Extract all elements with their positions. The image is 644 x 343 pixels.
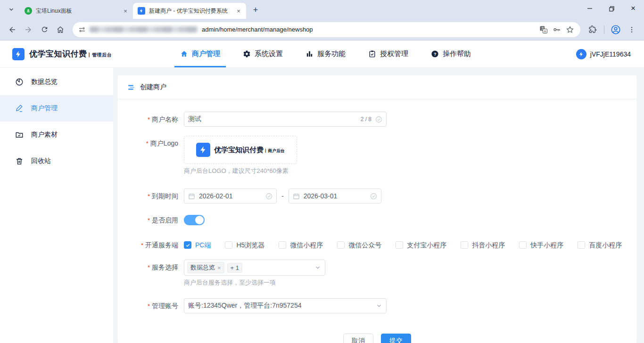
home-icon [180, 50, 188, 58]
window-minimize-button[interactable] [579, 0, 601, 17]
list-icon [127, 83, 135, 91]
checkbox-wechat-miniprogram[interactable]: 微信小程序 [279, 237, 323, 253]
sidebar-item-recycle-bin[interactable]: 回收站 [0, 148, 113, 174]
start-date-value: 2026-02-01 [199, 192, 262, 200]
site-settings-icon[interactable] [78, 26, 86, 33]
app-logo: 优学宝知识付费丨管理后台 [0, 48, 113, 60]
checkbox-kuaishou-miniprogram[interactable]: 快手小程序 [519, 237, 563, 253]
nav-help[interactable]: ? 操作帮助 [420, 41, 482, 67]
toggle-knob [195, 216, 204, 224]
translate-icon[interactable]: 文A [539, 25, 548, 34]
tab-search-button[interactable] [5, 3, 18, 16]
collapsed-count-tag: + 1 [227, 263, 242, 273]
window-restore-button[interactable] [601, 0, 622, 17]
checkbox-box-icon [337, 241, 345, 249]
checkbox-douyin-miniprogram[interactable]: 抖音小程序 [461, 237, 505, 253]
checkbox-h5[interactable]: H5浏览器 [225, 237, 264, 253]
header-account[interactable]: jVFJjE119634 [576, 49, 644, 59]
checkbox-baidu-miniprogram[interactable]: 百度小程序 [578, 237, 622, 253]
services-multiselect[interactable]: 数据总览 × + 1 [184, 260, 325, 276]
checkbox-box-icon [225, 241, 232, 249]
checkbox-wechat-official[interactable]: 微信公众号 [337, 237, 381, 253]
tab-close-icon[interactable]: × [122, 7, 129, 15]
service-tag: 数据总览 × [187, 262, 224, 273]
enabled-toggle[interactable] [184, 215, 205, 225]
field-admin-account: 管理账号 账号:12345Qwer，管理平台:7n957254 [127, 298, 636, 314]
field-platforms: 开通服务端 PC端 H5浏览器 [127, 237, 636, 253]
nav-service-features[interactable]: 服务功能 [294, 41, 357, 67]
browser-window: 宝塔Linux面板 × 新建商户 - 优学宝知识付费系统 × + × [0, 0, 644, 343]
main-content: 创建商户 商户名称 2 / 8 [113, 68, 644, 343]
chevron-down-icon [8, 6, 15, 13]
logo-preview-text: 优学宝知识付费丨商户后台 [214, 146, 285, 155]
trash-icon [15, 157, 24, 165]
tab-new-merchant[interactable]: 新建商户 - 优学宝知识付费系统 × [133, 3, 246, 19]
create-merchant-form: 商户名称 2 / 8 商户Logo [118, 99, 636, 343]
char-counter: 2 / 8 [361, 116, 372, 122]
pie-chart-icon [15, 78, 24, 86]
sidebar: 数据总览 商户管理 商户素材 回收站 [0, 68, 113, 343]
bookmark-star-icon[interactable] [565, 25, 575, 34]
back-button[interactable] [5, 22, 20, 37]
checkbox-box-icon [279, 241, 286, 249]
new-tab-button[interactable]: + [249, 3, 262, 16]
platform-checkbox-group: PC端 H5浏览器 微信小程序 [184, 237, 622, 253]
window-close-button[interactable]: × [622, 0, 644, 17]
calendar-icon [293, 193, 300, 200]
submit-button[interactable]: 提交 [381, 334, 411, 343]
admin-account-select[interactable]: 账号:12345Qwer，管理平台:7n957254 [184, 298, 387, 313]
browser-toolbar: admin/home/merchant/manage/newshop 文A [0, 19, 644, 41]
admin-account-value: 账号:12345Qwer，管理平台:7n957254 [188, 302, 301, 310]
logo-upload-box[interactable]: 优学宝知识付费丨商户后台 [184, 136, 297, 164]
remove-tag-icon[interactable]: × [217, 264, 221, 271]
cancel-button[interactable]: 取消 [343, 334, 373, 343]
clipboard-check-icon [368, 50, 376, 58]
nav-merchant-manage[interactable]: 商户管理 [169, 41, 231, 67]
checkbox-alipay-miniprogram[interactable]: 支付宝小程序 [396, 237, 446, 253]
sidebar-item-data-overview[interactable]: 数据总览 [0, 69, 113, 95]
tab-close-icon[interactable]: × [235, 7, 242, 15]
merchant-name-input[interactable] [188, 115, 361, 123]
address-bar[interactable]: admin/home/merchant/manage/newshop 文A [73, 22, 580, 37]
form-actions: 取消 提交 [118, 334, 636, 343]
start-date-picker[interactable]: 2026-02-01 [184, 188, 277, 204]
nav-system-settings[interactable]: 系统设置 [231, 41, 294, 67]
field-merchant-logo: 商户Logo 优学宝知识付费丨商户后台 商户后台LOGO，建议尺寸240*60像… [127, 136, 636, 175]
svg-text:?: ? [434, 52, 437, 57]
forward-button[interactable] [21, 22, 36, 37]
profile-avatar[interactable] [608, 22, 623, 37]
extensions-icon[interactable] [585, 22, 600, 37]
url-redacted-segment [90, 26, 198, 33]
bolt-logo-icon [12, 48, 25, 60]
baota-icon [25, 7, 32, 15]
reload-button[interactable] [37, 22, 52, 37]
calendar-icon [188, 193, 195, 200]
toolbar-divider [604, 25, 604, 34]
pencil-icon [15, 104, 24, 113]
check-circle-icon [370, 193, 377, 200]
sidebar-item-merchant-manage[interactable]: 商户管理 [0, 95, 113, 122]
tab-title: 宝塔Linux面板 [36, 7, 118, 15]
check-circle-icon [265, 193, 272, 200]
account-avatar-icon [576, 49, 586, 59]
password-key-icon[interactable] [552, 25, 561, 34]
gear-icon [243, 50, 251, 58]
window-controls: × [579, 0, 644, 17]
nav-authorization-manage[interactable]: 授权管理 [357, 41, 420, 67]
field-enabled: 是否启用 [127, 212, 636, 228]
tab-baota-panel[interactable]: 宝塔Linux面板 × [20, 3, 133, 19]
svg-text:A: A [544, 29, 546, 33]
sidebar-item-merchant-assets[interactable]: 商户素材 [0, 122, 113, 148]
home-button[interactable] [53, 22, 68, 37]
checkbox-pc[interactable]: PC端 [184, 237, 211, 253]
logo-hint-text: 商户后台LOGO，建议尺寸240*60像素 [184, 167, 297, 175]
account-id-text: jVFJjE119634 [590, 50, 631, 58]
field-expiry-time: 到期时间 2026-02-01 - 2026-03-01 [127, 188, 636, 204]
browser-menu-kebab-icon[interactable] [624, 22, 639, 37]
field-services: 服务选择 数据总览 × + 1 商户后台服务选择，至少选择一项 [127, 260, 636, 287]
checkbox-box-icon [578, 241, 585, 249]
brand-name: 优学宝知识付费丨管理后台 [29, 49, 112, 59]
field-merchant-name: 商户名称 2 / 8 [127, 112, 636, 127]
end-date-picker[interactable]: 2026-03-01 [289, 188, 381, 204]
page-title: 创建商户 [140, 83, 166, 91]
